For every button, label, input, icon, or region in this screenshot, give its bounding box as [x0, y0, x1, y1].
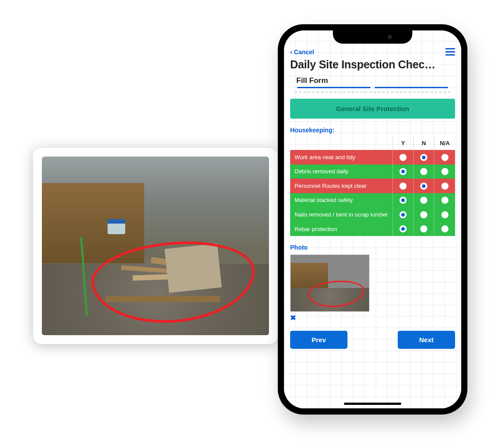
- radio-y-selected[interactable]: [399, 211, 407, 218]
- cancel-button[interactable]: ‹ Cancel: [290, 49, 314, 56]
- checklist-row: Nails removed / bent in scrap lumber: [290, 207, 455, 222]
- radio-cell-y[interactable]: [392, 222, 413, 236]
- radio-n[interactable]: [420, 225, 427, 232]
- radio-na[interactable]: [441, 197, 448, 204]
- radio-cell-na[interactable]: [434, 164, 455, 179]
- radio-y-selected[interactable]: [399, 225, 407, 232]
- next-button[interactable]: Next: [398, 331, 455, 349]
- checklist-row: Personnel Routes kept clear: [290, 179, 455, 193]
- radio-n-selected[interactable]: [420, 183, 427, 190]
- radio-na[interactable]: [441, 154, 448, 161]
- checklist-item-label: Personnel Routes kept clear: [290, 179, 392, 193]
- radio-y[interactable]: [399, 154, 407, 161]
- radio-cell-y[interactable]: [392, 150, 413, 164]
- phone-device-frame: ‹ Cancel Daily Site Inspection Chec… Fil…: [278, 24, 467, 415]
- site-photo: [42, 157, 269, 335]
- radio-cell-na[interactable]: [434, 179, 455, 193]
- radio-cell-n[interactable]: [414, 193, 434, 208]
- radio-n[interactable]: [420, 197, 427, 204]
- radio-cell-na[interactable]: [434, 207, 455, 222]
- delete-photo-button[interactable]: ✖: [290, 314, 455, 322]
- checklist-item-label: Material stacked safely: [290, 193, 392, 208]
- photo-section-label: Photo: [290, 244, 455, 251]
- radio-cell-y[interactable]: [392, 179, 413, 193]
- radio-cell-n[interactable]: [414, 150, 434, 164]
- checklist-row: Work area neat and tidy: [290, 150, 455, 164]
- photo-thumbnail[interactable]: [290, 254, 370, 312]
- radio-n-selected[interactable]: [420, 154, 427, 161]
- radio-cell-y[interactable]: [392, 193, 413, 208]
- radio-cell-na[interactable]: [434, 193, 455, 208]
- radio-cell-n[interactable]: [414, 179, 434, 193]
- phone-notch: [333, 30, 412, 44]
- radio-y-selected[interactable]: [399, 197, 407, 204]
- section-banner: General Site Protection: [290, 99, 455, 119]
- checklist-row: Rebar protection: [290, 222, 455, 236]
- radio-n[interactable]: [420, 211, 427, 218]
- progress-stepper: [290, 87, 455, 92]
- checklist-item-label: Debris removed daily: [290, 164, 392, 179]
- subsection-label: Housekeeping:: [290, 127, 455, 134]
- divider: [295, 92, 451, 93]
- checklist-item-label: Nails removed / bent in scrap lumber: [290, 207, 392, 222]
- checklist-item-label: Work area neat and tidy: [290, 150, 392, 164]
- prev-button[interactable]: Prev: [290, 331, 347, 349]
- radio-cell-na[interactable]: [434, 222, 455, 236]
- annotated-photo-card: [33, 148, 278, 344]
- radio-y[interactable]: [399, 183, 407, 190]
- app-screen: ‹ Cancel Daily Site Inspection Chec… Fil…: [284, 30, 461, 408]
- radio-cell-n[interactable]: [414, 222, 434, 236]
- radio-na[interactable]: [441, 168, 448, 175]
- home-indicator: [344, 403, 401, 405]
- col-na: N/A: [434, 136, 455, 150]
- col-no: N: [414, 136, 434, 150]
- radio-n[interactable]: [420, 168, 427, 175]
- radio-cell-na[interactable]: [434, 150, 455, 164]
- radio-cell-n[interactable]: [414, 164, 434, 179]
- checklist-row: Material stacked safely: [290, 193, 455, 208]
- step-label: Fill Form: [290, 76, 455, 87]
- checklist-row: Debris removed daily: [290, 164, 455, 179]
- radio-cell-y[interactable]: [392, 164, 413, 179]
- radio-cell-y[interactable]: [392, 207, 413, 222]
- radio-na[interactable]: [441, 183, 448, 190]
- radio-na[interactable]: [441, 211, 448, 218]
- radio-y-selected[interactable]: [399, 168, 407, 175]
- col-yes: Y: [392, 136, 413, 150]
- page-title: Daily Site Inspection Chec…: [290, 58, 455, 71]
- checklist-table: Y N N/A Work area neat and tidyDebris re…: [290, 136, 455, 236]
- menu-icon[interactable]: [445, 48, 455, 56]
- radio-na[interactable]: [441, 225, 448, 232]
- checklist-item-label: Rebar protection: [290, 222, 392, 236]
- radio-cell-n[interactable]: [414, 207, 434, 222]
